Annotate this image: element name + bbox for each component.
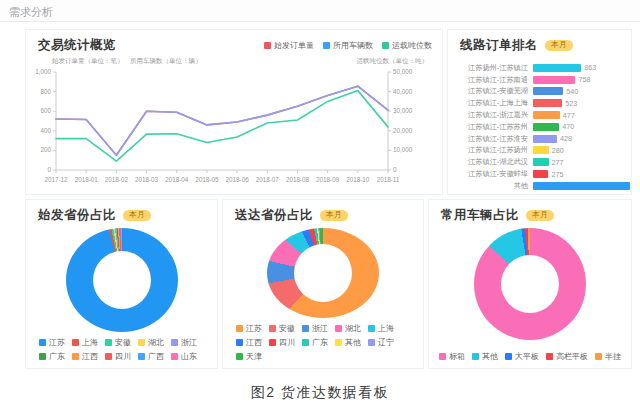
legend-label: 运载吨位数 [392,40,432,51]
legend-item[interactable]: 其他 [335,337,361,348]
ranking-row: 其他1730 [454,180,631,192]
ranking-row: 江苏镇江-安徽蚌埠275 [454,168,631,180]
legend-item[interactable]: 所用车辆数 [323,40,373,51]
legend-item[interactable]: 广西 [138,351,164,362]
legend-item[interactable]: 四川 [269,337,295,348]
ranking-value: 277 [552,158,564,167]
ranking-value: 540 [566,87,578,96]
legend-item[interactable]: 上海 [72,337,98,348]
ranking-value: 523 [565,99,577,108]
legend-item[interactable]: 大平板 [505,351,539,362]
legend-swatch [335,325,342,332]
panel-title-vehicle-type: 常用车辆占比 [441,207,519,224]
legend-item[interactable]: 浙江 [302,323,328,334]
ranking-bar-area: 428 [533,134,631,143]
ranking-bar-area: 523 [533,99,631,108]
legend-swatch [72,353,79,360]
ranking-bar [533,87,563,95]
legend-item[interactable]: 江苏 [39,337,65,348]
svg-text:2018-08: 2018-08 [286,176,310,183]
legend-item[interactable]: 始发订单量 [264,40,314,51]
top-nav: 需求分析 [0,0,640,22]
page-title: 需求分析 [9,6,53,18]
right-axis: 010,00020,00030,00040,00050,000 [388,68,413,173]
svg-text:600: 600 [40,107,51,114]
dashboard: 交易统计概览 始发订单量所用车辆数运载吨位数 始发订单量（单位：笔） 所用车辆数… [25,29,632,369]
legend-label: 所用车辆数 [333,40,373,51]
ranking-bar-area: 1730 [533,181,631,190]
svg-text:2018-05: 2018-05 [195,176,219,183]
legend-item[interactable]: 其他 [472,351,498,362]
panel-head: 线路订单排名 本月 [448,30,631,54]
ranking-label: 江苏镇江-江苏淮安 [454,134,533,144]
svg-text:2018-03: 2018-03 [135,176,159,183]
ranking-value: 275 [551,170,563,179]
dashboard-row-1: 交易统计概览 始发订单量所用车辆数运载吨位数 始发订单量（单位：笔） 所用车辆数… [25,29,632,195]
legend-label: 广东 [49,351,65,362]
legend-label: 广东 [312,337,328,348]
ranking-bar [533,146,549,154]
legend-swatch [472,353,479,360]
legend-swatch [595,353,602,360]
legend-item[interactable]: 安徽 [105,337,131,348]
ranking-value: 863 [584,63,596,72]
svg-text:2018-04: 2018-04 [165,176,189,183]
legend-item[interactable]: 半挂 [595,351,621,362]
ranking-bar [533,64,581,72]
legend-swatch [138,353,145,360]
legend-swatch [105,339,112,346]
legend-label: 江苏 [246,323,262,334]
ranking-label: 江苏镇江-浙江嘉兴 [454,110,533,120]
ranking-row: 江苏镇江-江苏苏州470 [454,121,631,133]
x-axis: 2017-122018-012018-022018-032018-042018-… [44,170,399,183]
legend-item[interactable]: 天津 [236,351,262,362]
legend-label: 安徽 [115,337,131,348]
svg-text:10,000: 10,000 [393,146,413,153]
legend-item[interactable]: 湖北 [335,323,361,334]
legend-item[interactable]: 广东 [39,351,65,362]
legend-swatch [236,339,243,346]
legend-item[interactable]: 浙江 [171,337,197,348]
legend-label: 湖北 [148,337,164,348]
legend-item[interactable]: 四川 [105,351,131,362]
ranking-value: 470 [562,122,574,131]
legend-swatch [368,325,375,332]
ranking-row: 江苏扬州-江苏镇江863 [454,62,631,74]
legend-item[interactable]: 安徽 [269,323,295,334]
ranking-label: 江苏镇江-湖北武汉 [454,157,533,167]
legend-item[interactable]: 标箱 [439,351,465,362]
legend-swatch [105,353,112,360]
ranking-bar [533,76,575,84]
ranking-row: 江苏镇江-江苏淮安428 [454,133,631,145]
legend-item[interactable]: 湖北 [138,337,164,348]
legend-item[interactable]: 辽宁 [368,337,394,348]
figure-caption: 图2 货准达数据看板 [0,384,640,402]
ranking-label: 江苏镇江-安徽蚌埠 [454,169,533,179]
line-series-所用车辆数 [56,86,388,155]
legend-item[interactable]: 广东 [302,337,328,348]
panel-trade-overview: 交易统计概览 始发订单量所用车辆数运载吨位数 始发订单量（单位：笔） 所用车辆数… [25,29,443,195]
pie-body: 江苏上海安徽湖北浙江广东江西四川广西山东 [26,224,217,368]
legend-label: 天津 [246,351,262,362]
ranking-row: 江苏镇江-江苏南通758 [454,74,631,86]
legend-item[interactable]: 江苏 [236,323,262,334]
legend-label: 浙江 [312,323,328,334]
panel-head: 送达省份占比 本月 [223,200,423,224]
ranking-bar-area: 277 [533,158,631,167]
legend-item[interactable]: 江西 [72,351,98,362]
legend-swatch [323,42,330,49]
legend-item[interactable]: 上海 [368,323,394,334]
legend-item[interactable]: 运载吨位数 [382,40,432,51]
ranking-bar-area: 540 [533,87,631,96]
donut-hole [93,251,151,309]
legend-label: 标箱 [449,351,465,362]
legend-swatch [236,325,243,332]
legend-item[interactable]: 山东 [171,351,197,362]
ranking-label: 江苏镇江-安徽芜湖 [454,86,533,96]
legend-item[interactable]: 江西 [236,337,262,348]
legend-swatch [138,339,145,346]
legend-swatch [39,339,46,346]
legend-label: 上海 [82,337,98,348]
legend-item[interactable]: 高栏平板 [546,351,588,362]
donut-hole [501,255,559,313]
